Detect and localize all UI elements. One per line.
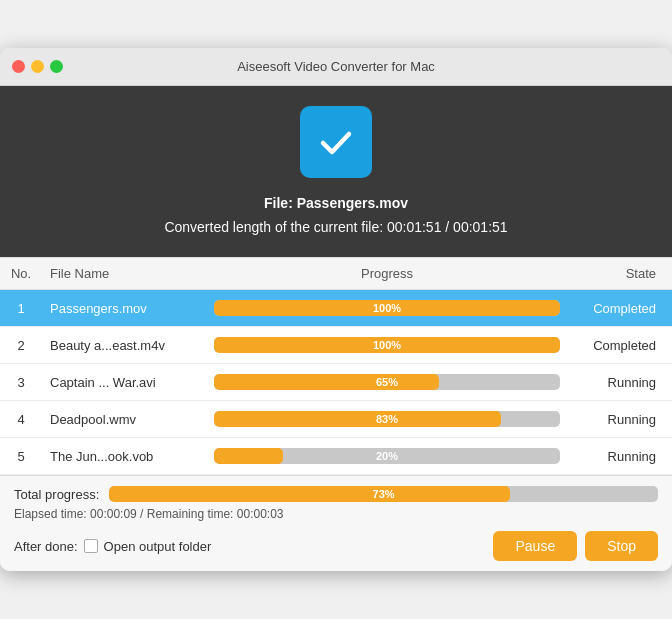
cell-state: Running [572,449,672,464]
table-row[interactable]: 1 Passengers.mov 100% Completed [0,290,672,327]
table-body: 1 Passengers.mov 100% Completed 2 Beauty… [0,290,672,475]
after-done-label: After done: [14,539,78,554]
header-filename: File Name [42,264,202,283]
table-row[interactable]: 5 The Jun...ook.vob 20% Running [0,438,672,475]
check-icon-container [300,106,372,178]
cell-no: 1 [0,301,42,316]
window-title: Aiseesoft Video Converter for Mac [237,59,435,74]
close-button[interactable] [12,60,25,73]
progress-bar-label: 83% [214,411,560,427]
cell-filename: Captain ... War.avi [42,375,202,390]
stop-button[interactable]: Stop [585,531,658,561]
open-folder-checkbox[interactable] [84,539,98,553]
header-state: State [572,264,672,283]
table-row[interactable]: 2 Beauty a...east.m4v 100% Completed [0,327,672,364]
cell-filename: Passengers.mov [42,301,202,316]
cell-progress: 65% [202,374,572,390]
elapsed-row: Elapsed time: 00:00:09 / Remaining time:… [14,507,658,521]
cell-no: 2 [0,338,42,353]
cell-state: Running [572,412,672,427]
checkmark-icon [315,121,357,163]
after-done: After done: Open output folder [14,539,211,554]
progress-bar-container: 100% [214,337,560,353]
total-progress-label: Total progress: [14,487,99,502]
cell-progress: 100% [202,300,572,316]
traffic-lights [12,60,63,73]
progress-bar-label: 100% [214,337,560,353]
file-table: No. File Name Progress State 1 Passenger… [0,257,672,475]
title-bar: Aiseesoft Video Converter for Mac [0,48,672,86]
cell-no: 5 [0,449,42,464]
cell-filename: Deadpool.wmv [42,412,202,427]
pause-button[interactable]: Pause [493,531,577,561]
main-window: Aiseesoft Video Converter for Mac File: … [0,48,672,572]
table-header: No. File Name Progress State [0,257,672,290]
bottom-section: Total progress: 73% Elapsed time: 00:00:… [0,475,672,571]
cell-progress: 83% [202,411,572,427]
progress-bar-container: 100% [214,300,560,316]
progress-bar-label: 100% [214,300,560,316]
top-section: File: Passengers.mov Converted length of… [0,86,672,258]
header-no: No. [0,264,42,283]
cell-no: 4 [0,412,42,427]
cell-state: Completed [572,338,672,353]
table-row[interactable]: 3 Captain ... War.avi 65% Running [0,364,672,401]
progress-bar-label: 65% [214,374,560,390]
total-progress-text: 73% [109,486,658,502]
cell-progress: 100% [202,337,572,353]
file-label: File: Passengers.mov [164,192,507,216]
cell-no: 3 [0,375,42,390]
minimize-button[interactable] [31,60,44,73]
progress-bar-container: 20% [214,448,560,464]
cell-filename: The Jun...ook.vob [42,449,202,464]
open-folder-label: Open output folder [104,539,212,554]
table-row[interactable]: 4 Deadpool.wmv 83% Running [0,401,672,438]
total-progress-bar: 73% [109,486,658,502]
maximize-button[interactable] [50,60,63,73]
progress-bar-label: 20% [214,448,560,464]
progress-bar-container: 83% [214,411,560,427]
file-info: File: Passengers.mov Converted length of… [164,192,507,240]
cell-state: Completed [572,301,672,316]
cell-state: Running [572,375,672,390]
converted-label: Converted length of the current file: 00… [164,216,507,240]
header-progress: Progress [202,264,572,283]
total-progress-row: Total progress: 73% [14,486,658,502]
progress-bar-container: 65% [214,374,560,390]
cell-filename: Beauty a...east.m4v [42,338,202,353]
footer-buttons: Pause Stop [493,531,658,561]
footer-row: After done: Open output folder Pause Sto… [14,531,658,561]
cell-progress: 20% [202,448,572,464]
